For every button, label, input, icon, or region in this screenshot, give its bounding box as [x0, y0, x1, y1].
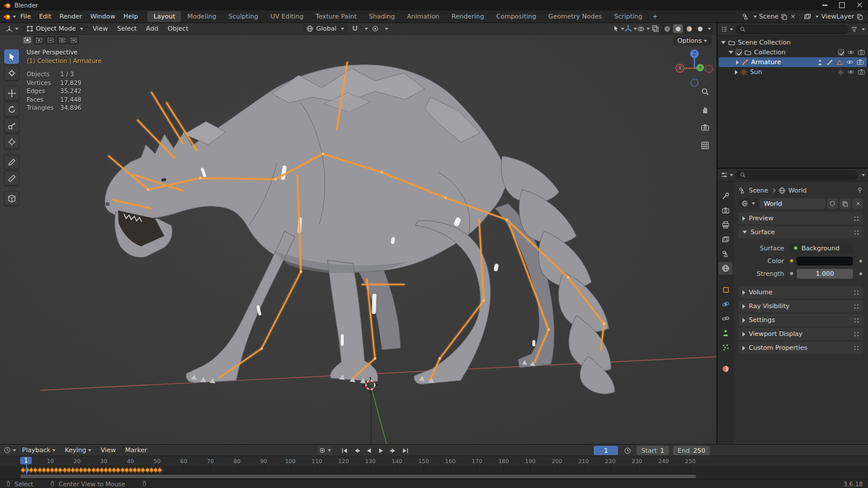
timeline-editor-button[interactable]	[3, 446, 16, 454]
gizmo-x-negative[interactable]	[705, 65, 713, 73]
panel-ray-visibility-header[interactable]: Ray Visibility	[738, 300, 863, 312]
viewport-3d[interactable]: Object Mode View Select Add Object Globa…	[0, 23, 716, 444]
outliner-row-scene-collection[interactable]: Scene Collection	[718, 38, 868, 47]
transform-orientation-dropdown[interactable]: Global	[303, 24, 347, 33]
start-frame-field[interactable]: Start1	[637, 446, 669, 455]
zoom-button[interactable]	[699, 86, 711, 97]
object-visibility-dropdown[interactable]	[613, 24, 624, 34]
tool-select-box[interactable]	[4, 49, 19, 64]
editor-type-button[interactable]	[3, 24, 20, 34]
disclosure-icon[interactable]	[735, 70, 738, 75]
add-workspace-button[interactable]: +	[649, 11, 661, 22]
properties-search[interactable]	[735, 171, 858, 180]
menu-view[interactable]: View	[89, 24, 111, 33]
unlink-scene-icon[interactable]	[790, 13, 796, 20]
surface-shader-button[interactable]: Background	[789, 243, 853, 253]
jump-to-start-button[interactable]	[339, 446, 350, 455]
tab-compositing[interactable]: Compositing	[491, 11, 542, 22]
select-mode-intersect[interactable]	[68, 36, 79, 45]
decorator-icon[interactable]	[859, 260, 862, 263]
tab-shading[interactable]: Shading	[363, 11, 401, 22]
select-mode-invert[interactable]	[57, 36, 67, 45]
play-reverse-button[interactable]	[363, 446, 374, 455]
tab-scripting[interactable]: Scripting	[608, 11, 648, 22]
blender-menu-button[interactable]	[2, 12, 16, 22]
menu-select[interactable]: Select	[113, 24, 140, 33]
tab-output[interactable]	[719, 219, 733, 231]
tool-scale[interactable]	[4, 118, 19, 133]
drag-handle-icon[interactable]	[854, 304, 859, 309]
hide-eye-icon[interactable]	[846, 58, 854, 66]
menu-view-timeline[interactable]: View	[97, 446, 119, 454]
tool-add-cube[interactable]	[4, 191, 19, 206]
pose-icon[interactable]	[816, 59, 823, 66]
outliner-row-collection[interactable]: Collection	[718, 47, 868, 57]
playhead-line[interactable]	[26, 464, 27, 474]
menu-help[interactable]: Help	[119, 12, 142, 21]
drag-handle-icon[interactable]	[854, 331, 859, 337]
outliner-row-armature[interactable]: Armature	[719, 57, 867, 67]
snapping-dropdown[interactable]	[365, 28, 368, 30]
drag-handle-icon[interactable]	[854, 230, 859, 235]
menu-file[interactable]: File	[16, 12, 35, 21]
drag-handle-icon[interactable]	[854, 345, 859, 351]
shading-solid-button[interactable]	[673, 24, 683, 33]
menu-marker[interactable]: Marker	[122, 446, 150, 454]
tool-cursor[interactable]	[4, 65, 19, 80]
overlays-dropdown[interactable]	[637, 24, 650, 34]
menu-edit[interactable]: Edit	[35, 12, 55, 21]
tab-rendering[interactable]: Rendering	[446, 11, 490, 22]
exclude-checkbox[interactable]	[838, 49, 844, 56]
tab-uv-editing[interactable]: UV Editing	[264, 11, 309, 22]
keyframe-diamond[interactable]	[157, 467, 163, 473]
auto-key-button[interactable]	[317, 446, 332, 455]
new-scene-icon[interactable]	[781, 13, 788, 20]
breadcrumb-scene[interactable]: Scene	[749, 187, 768, 194]
options-dropdown[interactable]: Options	[673, 36, 712, 46]
tab-physics[interactable]	[719, 298, 733, 310]
timeline-ruler[interactable]: 1 10203040506070809010011012013014015016…	[0, 456, 868, 474]
tab-render[interactable]	[719, 204, 733, 217]
mesh-child-icon[interactable]	[836, 59, 843, 66]
shading-rendered-button[interactable]	[695, 24, 705, 33]
proportional-dropdown[interactable]	[385, 28, 388, 30]
tab-material[interactable]	[719, 363, 733, 375]
disclosure-icon[interactable]	[736, 60, 739, 65]
minimize-button[interactable]	[816, 0, 833, 10]
tab-geometry-nodes[interactable]: Geometry Nodes	[542, 11, 608, 22]
tab-view-layer[interactable]	[719, 233, 733, 246]
outliner-row-sun[interactable]: Sun	[718, 67, 868, 77]
world-browse-button[interactable]	[738, 198, 758, 209]
panel-settings-header[interactable]: Settings	[738, 314, 863, 326]
menu-render[interactable]: Render	[56, 12, 86, 21]
outliner-filter-button[interactable]	[851, 26, 858, 33]
breadcrumb-world[interactable]: World	[789, 187, 807, 194]
panel-volume-header[interactable]: Volume	[738, 286, 863, 298]
drag-handle-icon[interactable]	[854, 317, 859, 323]
tool-rotate[interactable]	[4, 102, 19, 117]
menu-window[interactable]: Window	[86, 12, 119, 21]
new-viewlayer-icon[interactable]	[856, 13, 863, 20]
menu-playback[interactable]: Playback	[19, 446, 59, 454]
prev-keyframe-button[interactable]	[351, 446, 362, 455]
next-keyframe-button[interactable]	[388, 446, 399, 455]
preview-range-button[interactable]	[622, 446, 632, 455]
select-mode-subtract[interactable]	[45, 36, 56, 45]
outliner-editor-button[interactable]	[720, 25, 733, 33]
disable-render-icon[interactable]	[858, 49, 865, 56]
drag-handle-icon[interactable]	[854, 290, 859, 295]
current-frame-field[interactable]: 1	[594, 446, 618, 455]
outliner-filter-dropdown[interactable]	[862, 28, 865, 31]
outliner-search[interactable]	[735, 25, 848, 34]
panel-viewport-display-header[interactable]: Viewport Display	[738, 328, 863, 340]
tab-layout[interactable]: Layout	[148, 11, 181, 22]
panel-preview-header[interactable]: Preview	[738, 212, 863, 224]
armature-data-icon[interactable]	[826, 59, 833, 66]
properties-options-dropdown[interactable]	[862, 174, 865, 176]
proportional-editing-toggle[interactable]	[370, 24, 381, 34]
tab-scene[interactable]	[719, 247, 733, 260]
navigation-gizmo[interactable]: Z X Y	[676, 50, 713, 87]
tab-texture-paint[interactable]: Texture Paint	[310, 11, 363, 22]
maximize-button[interactable]	[833, 0, 851, 10]
shading-wireframe-button[interactable]	[662, 24, 672, 33]
